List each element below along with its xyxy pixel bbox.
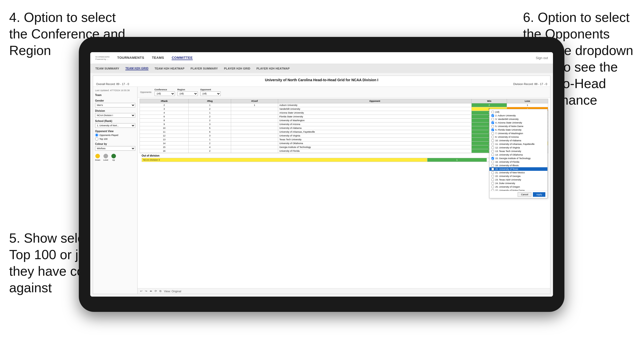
table-row[interactable]: 12 3 University of Virginia 1 1 (140, 134, 548, 138)
dropdown-checkbox[interactable] (491, 146, 494, 149)
dropdown-item[interactable]: 25. University of Oregon (489, 185, 547, 189)
dropdown-item[interactable]: 10. University of Alabama (489, 139, 547, 142)
dropdown-checkbox[interactable] (491, 189, 494, 191)
dropdown-checkbox[interactable] (491, 139, 494, 142)
table-row[interactable]: 16 2 University of Florida 5 1 (140, 149, 548, 153)
subnav-team-h2h-grid[interactable]: TEAM H2H GRID (125, 67, 148, 70)
table-row[interactable]: 8 2 University of Washington 1 0 (140, 119, 548, 122)
toolbar-redo[interactable]: ↪ (145, 289, 147, 293)
nav-teams[interactable]: TEAMS (152, 56, 164, 60)
dropdown-item[interactable]: 24. Duke University (489, 182, 547, 185)
region-filter-label: Region (177, 88, 198, 91)
table-row[interactable]: 14 2 University of Oklahoma 2 2 (140, 142, 548, 145)
dropdown-item[interactable]: 3. Vanderbilt University (489, 117, 547, 121)
table-row[interactable]: 10 5 University of Alabama 3 0 (140, 126, 548, 130)
toolbar-back[interactable]: ⬅ (150, 289, 152, 293)
right-content: Opponents: Conference (All) Region ( (138, 87, 550, 294)
dropdown-checkbox[interactable] (491, 150, 494, 152)
dropdown-checkbox[interactable] (491, 186, 494, 188)
dropdown-checkbox[interactable] (491, 168, 494, 170)
dropdown-item[interactable]: 20. University of Texas (489, 167, 547, 171)
dropdown-item[interactable]: 16. University of Florida (489, 160, 547, 164)
dropdown-checkbox[interactable] (491, 132, 494, 135)
cell-reg: 3 (189, 122, 231, 126)
cancel-button[interactable]: Cancel (518, 192, 531, 197)
opponent-select[interactable]: (All) (200, 91, 221, 96)
dropdown-checkbox[interactable] (491, 157, 494, 160)
subnav-player-h2h-grid[interactable]: PLAYER H2H GRID (224, 67, 250, 70)
dropdown-checkbox[interactable] (491, 143, 494, 145)
dropdown-item-label: 5. University of Notre Dame (495, 125, 523, 128)
toolbar-undo[interactable]: ↩ (140, 289, 142, 293)
dropdown-item[interactable]: 22. University of Georgia (489, 174, 547, 178)
division-select[interactable]: NCAA Division I (95, 113, 135, 118)
toolbar-refresh[interactable]: ⟳ (155, 289, 157, 293)
toolbar-view[interactable]: View: Original (164, 290, 181, 293)
nav-committee[interactable]: COMMITTEE (172, 56, 193, 60)
dropdown-item[interactable]: 11. University of Arkansas, Fayetteville (489, 142, 547, 146)
dropdown-checkbox[interactable] (491, 178, 494, 181)
dropdown-item[interactable]: 12. University of Virginia (489, 146, 547, 149)
subnav-player-summary[interactable]: PLAYER SUMMARY (191, 67, 218, 70)
region-select[interactable]: (All) (177, 91, 198, 96)
subnav-team-h2h-heatmap[interactable]: TEAM H2H HEATMAP (155, 67, 185, 70)
dropdown-item[interactable]: 7. University of Washington (489, 132, 547, 135)
dropdown-item[interactable]: 6. Florida State University (489, 128, 547, 132)
dropdown-checkbox[interactable] (491, 175, 494, 177)
dropdown-checkbox[interactable] (491, 136, 494, 138)
dropdown-item[interactable]: (All) (489, 110, 547, 114)
dropdown-item[interactable]: 13. Texas Tech University (489, 149, 547, 153)
cell-name: University of Virginia (278, 134, 472, 138)
dropdown-checkbox[interactable] (491, 161, 494, 163)
dropdown-checkbox[interactable] (491, 154, 494, 156)
colour-level-label: Level (103, 159, 108, 161)
subnav-team-summary[interactable]: TEAM SUMMARY (95, 67, 119, 70)
cell-conf (231, 149, 278, 153)
dropdown-item[interactable]: 18. University of Illinois (489, 164, 547, 167)
apply-button[interactable]: Apply (533, 192, 545, 197)
subnav-player-h2h-heatmap[interactable]: PLAYER H2H HEATMAP (257, 67, 290, 70)
school-select[interactable]: 1. University of Nort... (95, 123, 135, 128)
table-row[interactable]: 2 1 1 Auburn University 2 1 (140, 103, 548, 107)
dropdown-checkbox[interactable] (491, 114, 494, 117)
colour-by-select[interactable]: Win/loss (95, 146, 135, 151)
table-row[interactable]: 3 2 Vanderbilt University 0 4 (140, 107, 548, 111)
top-100-radio[interactable]: Top 100 (95, 137, 135, 141)
nav-tournaments[interactable]: TOURNAMENTS (117, 56, 144, 60)
toolbar-copy[interactable]: ⧉ (159, 289, 161, 293)
last-updated: Last Updated: 4/??/2024 16:55:38 (95, 89, 130, 92)
table-row[interactable]: 15 4 Georgia Institute of Technology 5 1 (140, 145, 548, 149)
cell-conf (231, 145, 278, 149)
dropdown-item[interactable]: 2. Auburn University (489, 114, 547, 117)
dropdown-checkbox[interactable] (491, 171, 494, 174)
dropdown-checkbox[interactable] (491, 118, 494, 120)
dropdown-item[interactable]: 15. Georgia Institute of Technology (489, 157, 547, 160)
dropdown-item[interactable]: 14. University of Oklahoma (489, 153, 547, 157)
dropdown-checkbox[interactable] (491, 129, 494, 131)
nav-signout[interactable]: Sign out (536, 56, 548, 60)
dropdown-item[interactable]: 5. University of Notre Dame (489, 124, 547, 128)
dropdown-checkbox[interactable] (491, 125, 494, 128)
dropdown-checkbox[interactable] (491, 164, 494, 167)
gender-select[interactable]: Men's (95, 103, 135, 107)
table-row[interactable]: 11 6 University of Arkansas, Fayettevill… (140, 130, 548, 134)
dropdown-item[interactable]: 23. Texas A&M University (489, 178, 547, 182)
conference-select[interactable]: (All) (155, 91, 175, 96)
dropdown-checkbox[interactable] (491, 111, 494, 113)
dropdown-item[interactable]: 8. University of Arizona (489, 135, 547, 139)
table-row[interactable]: 9 3 University of Arizona 1 0 (140, 122, 548, 126)
sub-nav: TEAM SUMMARY TEAM H2H GRID TEAM H2H HEAT… (90, 64, 553, 73)
dropdown-checkbox[interactable] (491, 121, 494, 124)
table-row[interactable]: 6 2 Florida State University 4 2 (140, 115, 548, 119)
table-row[interactable]: 4 1 Arizona State University 5 1 (140, 111, 548, 115)
dropdown-item[interactable]: 21. University of New Mexico (489, 171, 547, 174)
table-row[interactable]: 13 1 Texas Tech University 3 0 (140, 138, 548, 142)
cell-rank: 4 (140, 111, 189, 115)
cell-conf (231, 107, 278, 111)
dropdown-checkbox[interactable] (491, 182, 494, 185)
cell-conf (231, 138, 278, 142)
dropdown-item[interactable]: 4. Arizona State University (489, 121, 547, 124)
opponents-played-radio[interactable]: Opponents Played (95, 133, 135, 137)
cell-reg: 2 (189, 119, 231, 122)
dropdown-item[interactable]: 27. University of Notre Dame (489, 189, 547, 191)
